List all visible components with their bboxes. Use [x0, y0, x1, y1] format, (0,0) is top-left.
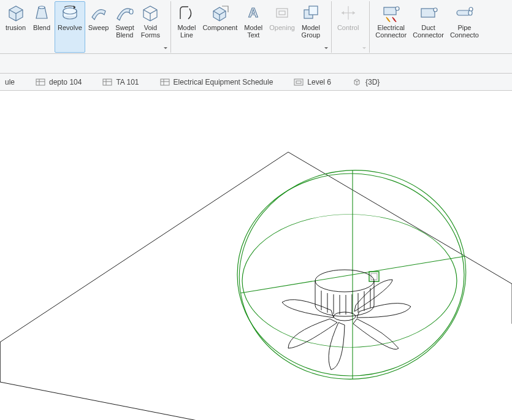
ribbon: trusion Blend Revolve — [0, 0, 512, 54]
ribbon-panel-footer — [0, 54, 512, 74]
component-icon — [210, 3, 230, 23]
tab-depto-104[interactable]: depto 104 — [32, 75, 85, 89]
model-group-label: Model Group — [302, 24, 321, 39]
model-line-label: Model Line — [177, 24, 196, 39]
opening-icon — [272, 3, 292, 23]
blend-button[interactable]: Blend — [29, 1, 55, 53]
void-forms-label: Void Forms — [141, 24, 160, 39]
svg-rect-24 — [103, 79, 112, 85]
component-label: Component — [202, 24, 237, 31]
opening-label: Opening — [269, 24, 295, 31]
ribbon-group-control: Control — [332, 1, 370, 53]
sweep-icon — [89, 3, 109, 23]
pipe-connector-button[interactable]: Pipe Connecto — [447, 1, 482, 53]
tab-electrical-schedule[interactable]: Electrical Equipment Schedule — [156, 75, 277, 89]
svg-point-0 — [39, 6, 45, 9]
svg-rect-7 — [279, 11, 285, 15]
model-line-icon — [177, 3, 196, 23]
schedule-icon — [36, 78, 45, 86]
svg-rect-30 — [294, 79, 303, 85]
svg-point-4 — [129, 9, 133, 14]
control-icon — [338, 3, 358, 23]
svg-marker-12 — [353, 11, 355, 15]
schedule-icon — [102, 78, 112, 86]
svg-point-15 — [395, 7, 399, 10]
3d-view-icon — [352, 78, 362, 86]
opening-button: Opening — [266, 1, 298, 53]
tab-label: ule — [5, 78, 15, 86]
pipe-connector-label: Pipe Connecto — [450, 24, 479, 39]
svg-text:A: A — [248, 5, 258, 20]
tab-label: Electrical Equipment Schedule — [174, 78, 273, 86]
model-line-button[interactable]: Model Line — [174, 1, 199, 53]
void-forms-button[interactable]: Void Forms — [137, 1, 163, 53]
electrical-connector-icon — [381, 3, 401, 23]
duct-connector-button[interactable]: Duct Connector — [410, 1, 447, 53]
model-group-button[interactable]: Model Group — [298, 1, 324, 53]
model-text-button[interactable]: A Model Text — [240, 1, 266, 53]
void-forms-dropdown[interactable] — [163, 1, 168, 53]
svg-rect-9 — [309, 6, 318, 15]
swept-blend-icon — [115, 3, 134, 23]
tab-level-6[interactable]: Level 6 — [290, 75, 335, 89]
blend-label: Blend — [33, 24, 50, 31]
extrusion-label: trusion — [6, 24, 26, 31]
document-tab-strip: ule depto 104 TA 101 Electrical Equipmen… — [0, 74, 512, 91]
extrusion-button[interactable]: trusion — [2, 1, 29, 53]
ribbon-group-forms: trusion Blend Revolve — [0, 1, 171, 53]
revolve-button[interactable]: Revolve — [55, 1, 85, 53]
tab-ta-101[interactable]: TA 101 — [99, 75, 142, 89]
control-dropdown — [362, 1, 367, 53]
svg-rect-16 — [421, 9, 435, 17]
svg-point-2 — [63, 8, 77, 14]
svg-point-32 — [242, 215, 457, 348]
tab-3d[interactable]: {3D} — [348, 75, 383, 89]
electrical-connector-button[interactable]: Electrical Connector — [372, 1, 410, 53]
model-group-dropdown[interactable] — [324, 1, 329, 53]
model-text-icon: A — [243, 3, 263, 23]
control-label: Control — [337, 24, 359, 31]
tab-label: Level 6 — [307, 78, 331, 86]
sweep-button[interactable]: Sweep — [85, 1, 112, 53]
svg-rect-21 — [36, 79, 45, 85]
swept-blend-button[interactable]: Swept Blend — [112, 1, 137, 53]
model-text-label: Model Text — [244, 24, 262, 39]
void-forms-icon — [140, 3, 160, 23]
svg-point-40 — [315, 270, 374, 292]
svg-rect-14 — [384, 7, 396, 15]
tab-label: TA 101 — [116, 78, 139, 86]
revolve-icon — [60, 3, 80, 23]
model-group-icon — [301, 3, 321, 23]
3d-viewport[interactable] — [0, 91, 512, 420]
duct-connector-label: Duct Connector — [413, 24, 444, 39]
extrusion-icon — [6, 3, 26, 23]
plan-view-icon — [294, 78, 304, 86]
svg-point-17 — [434, 8, 437, 12]
svg-point-20 — [469, 7, 473, 11]
swept-blend-label: Swept Blend — [115, 24, 134, 39]
sweep-label: Sweep — [88, 24, 109, 31]
component-button[interactable]: Component — [199, 1, 240, 53]
tab-label: {3D} — [365, 78, 380, 86]
duct-connector-icon — [419, 3, 438, 23]
blend-icon — [32, 3, 52, 23]
ribbon-group-model: Model Line Component A Model Text — [171, 1, 331, 53]
ribbon-group-connectors: Electrical Connector Duct Connector Pipe… — [370, 1, 484, 53]
pipe-connector-icon — [454, 3, 474, 23]
schedule-icon — [160, 78, 170, 86]
svg-rect-31 — [296, 81, 301, 83]
revolve-label: Revolve — [58, 24, 82, 31]
tab-partial-left[interactable]: ule — [1, 75, 18, 89]
svg-marker-13 — [342, 11, 344, 15]
svg-rect-6 — [277, 9, 288, 17]
svg-rect-27 — [161, 79, 169, 85]
tab-label: depto 104 — [49, 78, 82, 86]
control-button: Control — [334, 1, 362, 53]
electrical-connector-label: Electrical Connector — [375, 24, 407, 39]
